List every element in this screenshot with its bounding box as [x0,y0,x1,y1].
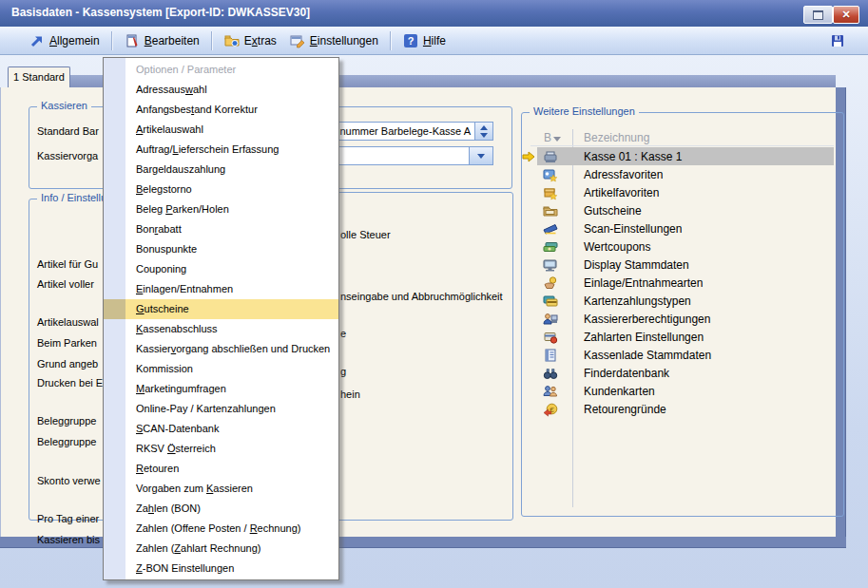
list-item-label: Scan-Einstellungen [584,222,682,236]
label-kassiervorgang: Kassiervorga [37,149,98,162]
list-item-kartenzahlungstypen[interactable]: Kartenzahlungstypen [537,292,834,310]
menu-item-vorgaben-zum-kassieren[interactable]: Vorgaben zum Kassieren [104,479,338,499]
list-item-label: Kassiererberechtigungen [584,313,710,326]
info-label: Drucken bei E [37,376,103,389]
list-item-scan-einstellungen[interactable]: Scan-Einstellungen [537,219,834,237]
column-header-b[interactable]: B [544,131,561,144]
save-icon [830,33,845,48]
column-header-bezeichnung[interactable]: Bezeichnung [584,131,649,144]
menubar-item-allgemein[interactable]: Allgemein [23,30,106,51]
list-item-artikelfavoriten[interactable]: Artikelfavoriten [537,183,834,201]
list-item-adressfavoriten[interactable]: Adressfavoriten [537,165,834,183]
menu-item-scan-datenbank[interactable]: SCAN-Datenbank [104,419,338,439]
menu-item-adressauswahl[interactable]: Adressauswahl [104,80,338,100]
list-item-kasse-01-kasse-1[interactable]: Kasse 01 : Kasse 1 [537,147,834,165]
hilfe-icon: ? [403,33,418,48]
list-item-kassenlade-stammdaten[interactable]: Kassenlade Stammdaten [537,346,834,364]
list-item-kundenkarten[interactable]: Kundenkarten [537,382,834,400]
info-label: Artikel für Gu [37,257,98,271]
info-label: Pro Tag einer [37,512,99,525]
info-label: Skonto verwe [37,474,101,487]
menu-item-zahlen-bon-[interactable]: Zahlen (BON) [104,499,338,519]
menu-item-kommission[interactable]: Kommission [104,359,338,379]
artikelfavoriten-icon [543,185,558,200]
list-item-label: Zahlarten Einstellungen [584,331,704,344]
tab-standard[interactable]: 1 Standard [8,66,70,87]
list-item-zahlarten-einstellungen[interactable]: Zahlarten Einstellungen [537,328,834,346]
menubar-item-bearbeiten[interactable]: Bearbeiten [118,30,206,51]
setting-text-fragment: nseingabe und Abbruchmöglichkeit [340,290,503,303]
menubar-item-label: Extras [244,34,277,47]
menubar-item-label: Hilfe [423,34,446,47]
menu-item-anfangsbestand-korrektur[interactable]: Anfangsbestand Korrektur [104,100,338,120]
save-button[interactable] [823,29,852,52]
menu-item-z-bon-einstellungen[interactable]: Z-BON Einstellungen [104,559,338,579]
spinner-up-icon [480,125,488,130]
menu-item-bonuspunkte[interactable]: Bonuspunkte [104,239,338,259]
list-item-kassiererberechtigungen[interactable]: Kassiererberechtigungen [537,310,834,328]
karten-icon [543,294,558,309]
list-item-display-stammdaten[interactable]: Display Stammdaten [537,256,834,274]
einlage-icon [543,275,558,291]
toolbar-separator [111,31,113,50]
selected-row-marker [521,149,535,163]
list-item-label: Kassenlade Stammdaten [584,349,711,362]
minimize-button[interactable] [803,6,833,24]
menu-item-artikelauswahl[interactable]: Artikelauswahl [104,120,338,140]
minimize-icon [813,10,823,20]
menu-item-zahlen-offene-posten-rechnung-[interactable]: Zahlen (Offene Posten / Rechnung) [104,519,338,539]
menu-item-bargeldauszahlung[interactable]: Bargeldauszahlung [104,160,338,180]
menu-item-couponing[interactable]: Couponing [104,259,338,279]
list-item-label: Kundenkarten [584,385,655,398]
svg-text:?: ? [408,35,415,47]
toolbar-separator [390,31,392,50]
list-item-retourengründe[interactable]: €Retourengründe [537,400,834,418]
info-label: Grund angeb [37,357,98,370]
kassierer-icon [543,312,558,327]
menu-item-online-pay-kartenzahlungen[interactable]: Online-Pay / Kartenzahlungen [104,399,338,419]
header-separator [530,145,834,146]
list-item-einlage-entnahmearten[interactable]: Einlage/Entnahmearten [537,274,834,292]
menu-item-rksv-österreich[interactable]: RKSV Österreich [104,439,338,459]
menubar-item-extras[interactable]: Extras [218,30,283,51]
list-item-label: Einlage/Entnahmearten [584,276,703,290]
bearbeiten-dropdown-menu: Optionen / ParameterAdressauswahlAnfangs… [103,57,339,580]
selected-row-arrow-icon [521,149,536,164]
retouren-icon: € [543,402,558,417]
sort-icon [553,137,561,142]
wertcoupons-icon [543,239,558,255]
menubar-item-einstellungen[interactable]: Einstellungen [283,30,385,51]
menubar-item-label: Bearbeiten [145,34,200,47]
menu-item-gutscheine[interactable]: Gutscheine [104,299,338,319]
menu-item-retouren[interactable]: Retouren [104,459,338,479]
menu-item-marketingumfragen[interactable]: Marketingumfragen [104,379,338,399]
close-button[interactable]: ✕ [833,6,859,24]
menu-item-beleg-parken-holen[interactable]: Beleg Parken/Holen [104,199,338,219]
close-icon: ✕ [841,9,850,20]
list-item-label: Kartenzahlungstypen [584,294,691,308]
menu-item-kassenabschluss[interactable]: Kassenabschluss [104,319,338,339]
menubar-item-hilfe[interactable]: ?Hilfe [396,30,453,51]
menu-item-zahlen-zahlart-rechnung-[interactable]: Zahlen (Zahlart Rechnung) [104,539,338,559]
menu-item-belegstorno[interactable]: Belegstorno [104,180,338,199]
gutscheine-icon [543,203,558,218]
tab-label: 1 Standard [13,71,65,83]
finder-icon [543,366,558,381]
menu-item-einlagen-entnahmen[interactable]: Einlagen/Entnahmen [104,279,338,299]
list-item-label: Wertcoupons [584,240,650,254]
menu-item-auftrag-lieferschein-erfassung[interactable]: Auftrag/Lieferschein Erfassung [104,140,338,160]
toolbar-separator [211,31,213,50]
kassenlade-icon [543,348,558,363]
list-item-finderdatenbank[interactable]: Finderdatenbank [537,364,834,382]
menu-item-kassiervorgang-abschließen-und-drucken[interactable]: Kassiervorgang abschließen und Drucken [104,339,338,359]
barbelege-spinner[interactable] [474,122,493,141]
einstellungen-icon [290,33,305,48]
list-item-label: Finderdatenbank [584,367,669,380]
display-icon [543,257,558,273]
list-item-label: Artikelfavoriten [584,186,659,199]
kassiervorgang-combo-button[interactable] [469,146,493,165]
list-item-gutscheine[interactable]: Gutscheine [537,201,834,219]
list-item-wertcoupons[interactable]: Wertcoupons [537,237,834,256]
menu-item-bonrabatt[interactable]: Bonrabatt [104,219,338,239]
menubar-item-label: Allgemein [49,34,100,47]
